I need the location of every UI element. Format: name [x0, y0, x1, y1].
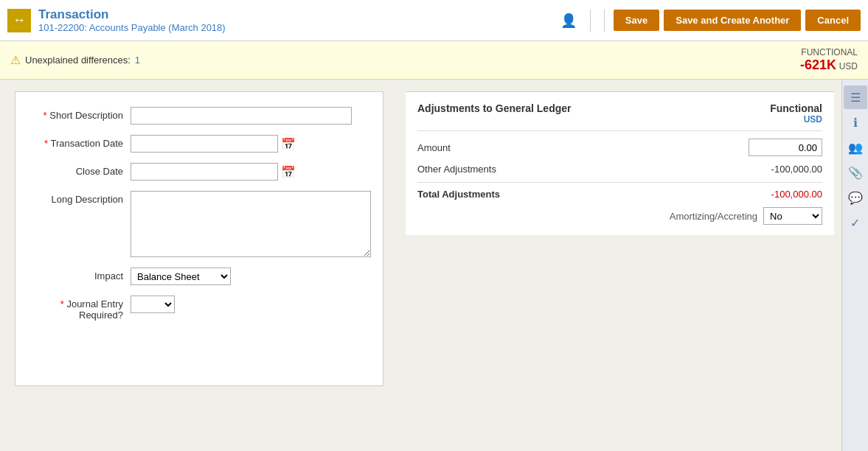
warning-left: ⚠ Unexplained differences: 1: [10, 53, 140, 67]
journal-entry-row: * Journal Entry Required? Yes No: [27, 296, 371, 321]
divider: [590, 10, 591, 32]
divider2: [604, 10, 605, 32]
cancel-button[interactable]: Cancel: [805, 10, 861, 31]
impact-row: Impact Balance Sheet Income Statement No…: [27, 268, 371, 285]
sidebar-attachment-button[interactable]: 📎: [844, 161, 867, 184]
header: ↔ Transaction 101-22200: Accounts Payabl…: [0, 0, 868, 41]
short-description-row: * Short Description: [27, 107, 371, 125]
close-date-calendar-icon[interactable]: 📅: [281, 165, 296, 179]
warning-link[interactable]: 1: [135, 55, 140, 66]
adjustments-card: Adjustments to General Ledger Functional…: [406, 91, 834, 235]
transaction-date-label: * Transaction Date: [27, 135, 131, 149]
currency-header-label: USD: [770, 114, 822, 125]
short-description-input[interactable]: [131, 107, 352, 125]
warning-bar: ⚠ Unexplained differences: 1 FUNCTIONAL …: [0, 41, 868, 80]
total-adjustments-row: Total Adjustments -100,000.00: [417, 182, 822, 200]
sidebar-right: ☰ ℹ 👥 📎 💬 ✓: [841, 80, 868, 451]
functional-label: FUNCTIONAL: [800, 47, 858, 57]
long-description-label: Long Description: [27, 191, 131, 205]
functional-currency: USD: [839, 61, 858, 71]
journal-entry-select[interactable]: Yes No: [131, 296, 175, 313]
amortizing-label: Amortizing/Accreting: [670, 211, 757, 222]
title-block: Transaction 101-22200: Accounts Payable …: [38, 7, 560, 33]
required-star: *: [44, 110, 47, 121]
short-description-label: * Short Description: [27, 107, 131, 121]
sidebar-info-button[interactable]: ℹ: [844, 111, 867, 134]
required-star-3: *: [60, 298, 64, 310]
required-star-2: *: [44, 138, 48, 149]
adjustments-header-right: Functional USD: [770, 102, 822, 125]
sidebar-check-button[interactable]: ✓: [844, 211, 867, 234]
functional-value: -621K: [800, 57, 836, 72]
total-adjustments-value: -100,000.00: [771, 189, 822, 200]
page-title: Transaction: [38, 7, 560, 22]
save-button[interactable]: Save: [614, 10, 659, 31]
user-icon: 👤: [560, 13, 577, 29]
transaction-date-input[interactable]: [131, 135, 278, 153]
close-date-label: Close Date: [27, 163, 131, 177]
functional-header-label: Functional: [770, 102, 822, 114]
amount-input[interactable]: [749, 139, 822, 156]
close-date-row: Close Date 📅: [27, 163, 371, 181]
sidebar-people-button[interactable]: 👥: [844, 136, 867, 159]
save-and-create-another-button[interactable]: Save and Create Another: [664, 10, 801, 31]
long-description-input[interactable]: [131, 191, 371, 257]
warning-text: Unexplained differences:: [25, 55, 131, 66]
transaction-icon: ↔: [7, 9, 31, 32]
amortizing-row: Amortizing/Accreting No Yes: [417, 207, 822, 225]
page-subtitle: 101-22200: Accounts Payable (March 2018): [38, 22, 560, 33]
amortizing-select[interactable]: No Yes: [763, 207, 822, 225]
other-adjustments-value: -100,000.00: [771, 164, 822, 175]
long-description-row: Long Description: [27, 191, 371, 257]
main-content: * Short Description * Transaction Date 📅…: [0, 80, 868, 451]
other-adjustments-label: Other Adjustments: [417, 164, 496, 175]
right-panel: Adjustments to General Ledger Functional…: [398, 80, 841, 451]
adjustments-header-label: Adjustments to General Ledger: [417, 102, 571, 125]
close-date-wrapper: 📅: [131, 163, 296, 181]
close-date-input[interactable]: [131, 163, 278, 181]
sidebar-comment-button[interactable]: 💬: [844, 186, 867, 209]
amount-row: Amount: [417, 139, 822, 156]
transaction-date-calendar-icon[interactable]: 📅: [281, 137, 296, 151]
total-adjustments-label: Total Adjustments: [417, 189, 500, 200]
warning-icon: ⚠: [10, 53, 21, 67]
adjustments-header-row: Adjustments to General Ledger Functional…: [417, 102, 822, 131]
header-actions: 👤 Save Save and Create Another Cancel: [560, 10, 861, 32]
left-panel: * Short Description * Transaction Date 📅…: [0, 80, 398, 451]
journal-entry-label: * Journal Entry Required?: [27, 296, 131, 321]
impact-label: Impact: [27, 268, 131, 282]
form-card: * Short Description * Transaction Date 📅…: [15, 91, 383, 386]
amount-label: Amount: [417, 142, 451, 153]
transaction-date-wrapper: 📅: [131, 135, 296, 153]
transaction-date-row: * Transaction Date 📅: [27, 135, 371, 153]
functional-block: FUNCTIONAL -621K USD: [800, 47, 858, 73]
impact-select[interactable]: Balance Sheet Income Statement None: [131, 268, 231, 285]
sidebar-list-button[interactable]: ☰: [844, 85, 867, 109]
other-adjustments-row: Other Adjustments -100,000.00: [417, 164, 822, 175]
